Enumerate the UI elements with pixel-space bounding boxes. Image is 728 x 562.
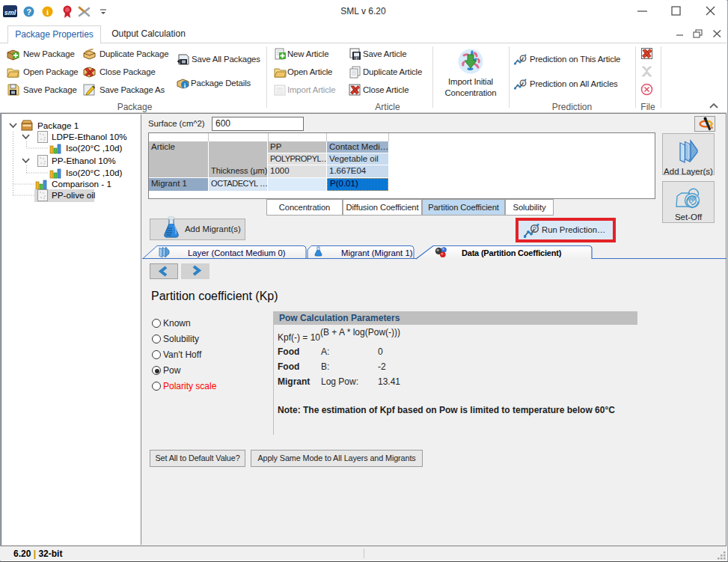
svg-text:i: i (46, 7, 49, 16)
svg-text:csv: csv (277, 86, 284, 91)
svg-text:?: ? (26, 7, 31, 16)
svg-text:?: ? (521, 81, 524, 86)
svg-text:?: ? (533, 225, 536, 233)
svg-text:?: ? (521, 56, 524, 61)
svg-text:sml: sml (4, 9, 16, 16)
